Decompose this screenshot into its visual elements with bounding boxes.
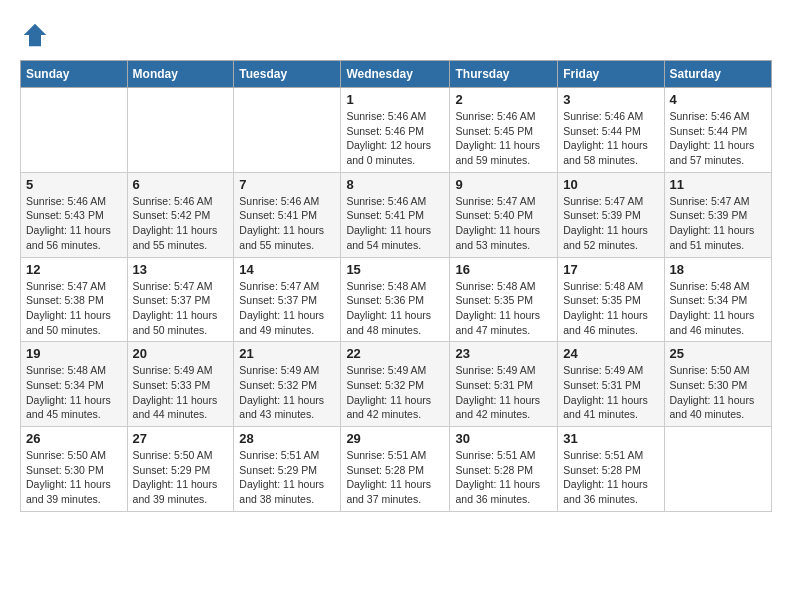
day-number: 4 (670, 92, 767, 107)
day-number: 19 (26, 346, 122, 361)
day-cell: 4Sunrise: 5:46 AMSunset: 5:44 PMDaylight… (664, 88, 772, 173)
day-info: Sunrise: 5:50 AMSunset: 5:30 PMDaylight:… (26, 448, 122, 507)
day-info: Sunrise: 5:46 AMSunset: 5:44 PMDaylight:… (563, 109, 658, 168)
calendar-table: SundayMondayTuesdayWednesdayThursdayFrid… (20, 60, 772, 512)
day-cell (234, 88, 341, 173)
day-info: Sunrise: 5:47 AMSunset: 5:39 PMDaylight:… (563, 194, 658, 253)
day-number: 24 (563, 346, 658, 361)
logo-icon (20, 20, 50, 50)
day-number: 16 (455, 262, 552, 277)
day-info: Sunrise: 5:51 AMSunset: 5:28 PMDaylight:… (563, 448, 658, 507)
day-cell: 7Sunrise: 5:46 AMSunset: 5:41 PMDaylight… (234, 172, 341, 257)
day-info: Sunrise: 5:51 AMSunset: 5:28 PMDaylight:… (455, 448, 552, 507)
day-info: Sunrise: 5:46 AMSunset: 5:46 PMDaylight:… (346, 109, 444, 168)
day-cell (127, 88, 234, 173)
day-number: 11 (670, 177, 767, 192)
day-info: Sunrise: 5:48 AMSunset: 5:34 PMDaylight:… (26, 363, 122, 422)
day-number: 5 (26, 177, 122, 192)
day-number: 28 (239, 431, 335, 446)
day-number: 22 (346, 346, 444, 361)
day-number: 2 (455, 92, 552, 107)
day-number: 23 (455, 346, 552, 361)
day-cell: 19Sunrise: 5:48 AMSunset: 5:34 PMDayligh… (21, 342, 128, 427)
day-info: Sunrise: 5:49 AMSunset: 5:31 PMDaylight:… (563, 363, 658, 422)
header-row: SundayMondayTuesdayWednesdayThursdayFrid… (21, 61, 772, 88)
day-number: 13 (133, 262, 229, 277)
day-number: 18 (670, 262, 767, 277)
day-cell: 13Sunrise: 5:47 AMSunset: 5:37 PMDayligh… (127, 257, 234, 342)
week-row-4: 19Sunrise: 5:48 AMSunset: 5:34 PMDayligh… (21, 342, 772, 427)
day-number: 7 (239, 177, 335, 192)
day-cell: 8Sunrise: 5:46 AMSunset: 5:41 PMDaylight… (341, 172, 450, 257)
column-header-thursday: Thursday (450, 61, 558, 88)
column-header-friday: Friday (558, 61, 664, 88)
day-info: Sunrise: 5:50 AMSunset: 5:30 PMDaylight:… (670, 363, 767, 422)
day-number: 17 (563, 262, 658, 277)
day-number: 20 (133, 346, 229, 361)
day-cell: 30Sunrise: 5:51 AMSunset: 5:28 PMDayligh… (450, 427, 558, 512)
day-cell: 10Sunrise: 5:47 AMSunset: 5:39 PMDayligh… (558, 172, 664, 257)
day-cell: 16Sunrise: 5:48 AMSunset: 5:35 PMDayligh… (450, 257, 558, 342)
day-cell: 1Sunrise: 5:46 AMSunset: 5:46 PMDaylight… (341, 88, 450, 173)
day-cell: 24Sunrise: 5:49 AMSunset: 5:31 PMDayligh… (558, 342, 664, 427)
day-number: 12 (26, 262, 122, 277)
day-number: 27 (133, 431, 229, 446)
day-number: 8 (346, 177, 444, 192)
day-cell: 26Sunrise: 5:50 AMSunset: 5:30 PMDayligh… (21, 427, 128, 512)
day-info: Sunrise: 5:46 AMSunset: 5:45 PMDaylight:… (455, 109, 552, 168)
column-header-wednesday: Wednesday (341, 61, 450, 88)
day-info: Sunrise: 5:48 AMSunset: 5:36 PMDaylight:… (346, 279, 444, 338)
day-info: Sunrise: 5:50 AMSunset: 5:29 PMDaylight:… (133, 448, 229, 507)
week-row-3: 12Sunrise: 5:47 AMSunset: 5:38 PMDayligh… (21, 257, 772, 342)
day-cell: 17Sunrise: 5:48 AMSunset: 5:35 PMDayligh… (558, 257, 664, 342)
day-number: 1 (346, 92, 444, 107)
day-number: 14 (239, 262, 335, 277)
day-cell: 14Sunrise: 5:47 AMSunset: 5:37 PMDayligh… (234, 257, 341, 342)
day-number: 31 (563, 431, 658, 446)
day-cell: 22Sunrise: 5:49 AMSunset: 5:32 PMDayligh… (341, 342, 450, 427)
column-header-sunday: Sunday (21, 61, 128, 88)
day-cell: 29Sunrise: 5:51 AMSunset: 5:28 PMDayligh… (341, 427, 450, 512)
column-header-saturday: Saturday (664, 61, 772, 88)
day-number: 9 (455, 177, 552, 192)
day-cell: 25Sunrise: 5:50 AMSunset: 5:30 PMDayligh… (664, 342, 772, 427)
day-info: Sunrise: 5:47 AMSunset: 5:38 PMDaylight:… (26, 279, 122, 338)
day-number: 30 (455, 431, 552, 446)
day-info: Sunrise: 5:46 AMSunset: 5:41 PMDaylight:… (346, 194, 444, 253)
day-cell: 15Sunrise: 5:48 AMSunset: 5:36 PMDayligh… (341, 257, 450, 342)
day-info: Sunrise: 5:49 AMSunset: 5:33 PMDaylight:… (133, 363, 229, 422)
day-info: Sunrise: 5:51 AMSunset: 5:28 PMDaylight:… (346, 448, 444, 507)
day-number: 10 (563, 177, 658, 192)
day-cell: 2Sunrise: 5:46 AMSunset: 5:45 PMDaylight… (450, 88, 558, 173)
day-cell: 23Sunrise: 5:49 AMSunset: 5:31 PMDayligh… (450, 342, 558, 427)
day-info: Sunrise: 5:47 AMSunset: 5:37 PMDaylight:… (239, 279, 335, 338)
column-header-monday: Monday (127, 61, 234, 88)
day-info: Sunrise: 5:46 AMSunset: 5:42 PMDaylight:… (133, 194, 229, 253)
day-cell: 28Sunrise: 5:51 AMSunset: 5:29 PMDayligh… (234, 427, 341, 512)
page-header (20, 20, 772, 50)
day-number: 21 (239, 346, 335, 361)
day-info: Sunrise: 5:49 AMSunset: 5:32 PMDaylight:… (239, 363, 335, 422)
day-info: Sunrise: 5:47 AMSunset: 5:40 PMDaylight:… (455, 194, 552, 253)
day-cell: 3Sunrise: 5:46 AMSunset: 5:44 PMDaylight… (558, 88, 664, 173)
day-info: Sunrise: 5:48 AMSunset: 5:35 PMDaylight:… (563, 279, 658, 338)
day-number: 3 (563, 92, 658, 107)
day-cell: 20Sunrise: 5:49 AMSunset: 5:33 PMDayligh… (127, 342, 234, 427)
svg-marker-0 (24, 24, 47, 47)
day-info: Sunrise: 5:46 AMSunset: 5:43 PMDaylight:… (26, 194, 122, 253)
day-cell: 31Sunrise: 5:51 AMSunset: 5:28 PMDayligh… (558, 427, 664, 512)
day-cell: 21Sunrise: 5:49 AMSunset: 5:32 PMDayligh… (234, 342, 341, 427)
day-cell (664, 427, 772, 512)
day-info: Sunrise: 5:46 AMSunset: 5:41 PMDaylight:… (239, 194, 335, 253)
day-info: Sunrise: 5:47 AMSunset: 5:37 PMDaylight:… (133, 279, 229, 338)
week-row-5: 26Sunrise: 5:50 AMSunset: 5:30 PMDayligh… (21, 427, 772, 512)
day-cell: 11Sunrise: 5:47 AMSunset: 5:39 PMDayligh… (664, 172, 772, 257)
day-number: 25 (670, 346, 767, 361)
week-row-2: 5Sunrise: 5:46 AMSunset: 5:43 PMDaylight… (21, 172, 772, 257)
day-cell: 27Sunrise: 5:50 AMSunset: 5:29 PMDayligh… (127, 427, 234, 512)
day-info: Sunrise: 5:49 AMSunset: 5:31 PMDaylight:… (455, 363, 552, 422)
day-cell: 5Sunrise: 5:46 AMSunset: 5:43 PMDaylight… (21, 172, 128, 257)
week-row-1: 1Sunrise: 5:46 AMSunset: 5:46 PMDaylight… (21, 88, 772, 173)
day-info: Sunrise: 5:46 AMSunset: 5:44 PMDaylight:… (670, 109, 767, 168)
day-info: Sunrise: 5:51 AMSunset: 5:29 PMDaylight:… (239, 448, 335, 507)
